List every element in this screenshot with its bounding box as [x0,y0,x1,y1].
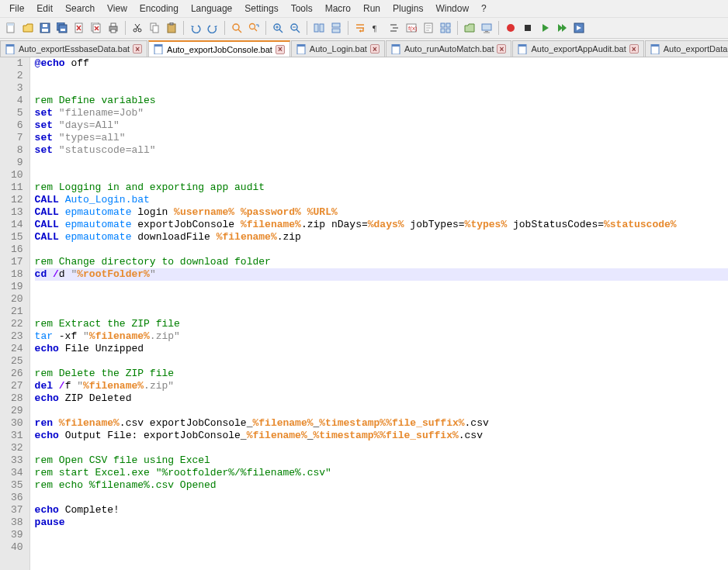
save-macro-icon[interactable] [571,20,587,36]
tab-close-icon[interactable]: × [497,44,506,54]
monitor-icon[interactable] [479,20,494,36]
tab-close-icon[interactable]: × [370,44,380,54]
close-icon[interactable] [71,20,87,36]
code-line[interactable]: rem start Excel.exe "%rootfolder%/%filen… [35,467,728,479]
open-icon[interactable] [20,20,36,36]
tab-auto-exportappaudit-bat[interactable]: Auto_exportAppAudit.bat× [512,40,643,57]
print-icon[interactable] [106,20,121,36]
menu-encoding[interactable]: Encoding [133,2,185,16]
tab-label: Auto_exportJobConsole.bat [167,45,272,54]
code-line[interactable]: echo File Unzipped [35,343,728,355]
tab-auto-exportessbasedata-bat[interactable]: Auto_exportEssbaseData.bat× [0,40,147,57]
code-line[interactable]: set "statuscode=all" [35,144,728,157]
code-line[interactable] [35,355,728,368]
code-area[interactable]: @echo off rem Define variablesset "filen… [30,57,728,570]
play-icon[interactable] [537,20,553,36]
cut-icon[interactable] [130,20,145,36]
tab-auto-login-bat[interactable]: Auto_Login.bat× [291,40,385,57]
code-line[interactable]: del /f "%filename%.zip" [35,380,728,392]
code-line[interactable]: rem Open CSV file using Excel [35,454,728,467]
replace-icon[interactable] [246,20,262,36]
code-line[interactable] [35,492,728,504]
sync-v-icon[interactable] [311,20,327,36]
zoom-in-icon[interactable] [270,20,286,36]
code-line[interactable]: set "days=All" [35,119,728,132]
code-line[interactable]: set "types=all" [35,132,728,144]
record-icon[interactable] [503,20,518,36]
menu-[interactable]: ? [475,2,493,16]
code-line[interactable]: CALL Auto_Login.bat [35,194,728,206]
code-line[interactable]: rem echo %filename%.csv Opened [35,479,728,492]
code-line[interactable] [35,306,728,318]
code-line[interactable]: rem Define variables [35,95,728,107]
tab-close-icon[interactable]: × [276,45,285,54]
doc-list-icon[interactable] [438,20,453,36]
stop-icon[interactable] [520,20,536,36]
redo-icon[interactable] [205,20,220,36]
menu-edit[interactable]: Edit [30,2,59,16]
menu-plugins[interactable]: Plugins [387,2,429,16]
code-line[interactable]: CALL epmautomate login %username% %passw… [35,206,728,219]
close-all-icon[interactable] [88,20,104,36]
code-line[interactable]: rem Logging in and exporting app audit [35,181,728,194]
code-line[interactable]: CALL epmautomate exportJobConsole %filen… [35,219,728,231]
new-file-icon[interactable] [3,20,19,36]
code-line[interactable] [35,541,728,554]
code-line[interactable]: CALL epmautomate downloadFile %filename%… [35,231,728,244]
menu-window[interactable]: Window [429,2,475,16]
code-line[interactable] [35,169,728,181]
code-line[interactable]: echo ZIP Deleted [35,392,728,405]
copy-icon[interactable] [147,20,162,36]
code-line[interactable]: @echo off [35,57,728,70]
menu-macro[interactable]: Macro [319,2,357,16]
doc-map-icon[interactable] [421,20,436,36]
line-number: 3 [11,82,23,95]
code-line[interactable]: echo Output File: exportJobConsole_%file… [35,430,728,442]
tab-auto-exportdata-bat[interactable]: Auto_exportData.bat× [645,40,728,57]
save-all-icon[interactable] [54,20,70,36]
menu-settings[interactable]: Settings [238,2,284,16]
code-line[interactable]: pause [35,516,728,529]
tab-bar: Auto_exportEssbaseData.bat×Auto_exportJo… [0,39,728,57]
play-multi-icon[interactable] [554,20,570,36]
code-line[interactable] [35,442,728,454]
code-line[interactable]: cd /d "%rootFolder%" [35,268,728,281]
code-line[interactable] [35,82,728,95]
menu-tools[interactable]: Tools [285,2,319,16]
code-line[interactable] [35,281,728,293]
code-editor[interactable]: 1234567891011121314151617181920212223242… [0,57,728,570]
code-line[interactable]: set "filename=Job" [35,107,728,119]
undo-icon[interactable] [188,20,203,36]
code-line[interactable] [35,244,728,256]
tab-close-icon[interactable]: × [629,44,639,54]
all-chars-icon[interactable]: ¶ [369,20,385,36]
folder-workspace-icon[interactable] [462,20,477,36]
code-line[interactable]: rem Change directory to download folder [35,256,728,268]
code-line[interactable]: tar -xf "%filename%.zip" [35,330,728,343]
save-icon[interactable] [37,20,53,36]
find-icon[interactable] [229,20,244,36]
menu-file[interactable]: File [3,2,30,16]
sync-h-icon[interactable] [328,20,344,36]
code-line[interactable]: rem Extract the ZIP file [35,318,728,330]
indent-guide-icon[interactable] [387,20,402,36]
tab-auto-exportjobconsole-bat[interactable]: Auto_exportJobConsole.bat× [148,40,290,57]
zoom-out-icon[interactable] [287,20,303,36]
paste-icon[interactable] [164,20,179,36]
menu-run[interactable]: Run [357,2,387,16]
code-line[interactable] [35,157,728,169]
code-line[interactable] [35,293,728,306]
tab-auto-runautomatch-bat[interactable]: Auto_runAutoMatch.bat× [386,40,512,57]
code-line[interactable] [35,529,728,541]
code-line[interactable] [35,70,728,82]
code-line[interactable] [35,405,728,417]
menu-view[interactable]: View [101,2,133,16]
tab-close-icon[interactable]: × [133,44,142,54]
menu-search[interactable]: Search [59,2,101,16]
wrap-icon[interactable] [352,20,368,36]
function-list-icon[interactable]: f(x) [404,20,419,36]
code-line[interactable]: echo Complete! [35,504,728,516]
code-line[interactable]: ren %filename%.csv exportJobConsole_%fil… [35,417,728,430]
menu-language[interactable]: Language [185,2,238,16]
code-line[interactable]: rem Delete the ZIP file [35,368,728,380]
